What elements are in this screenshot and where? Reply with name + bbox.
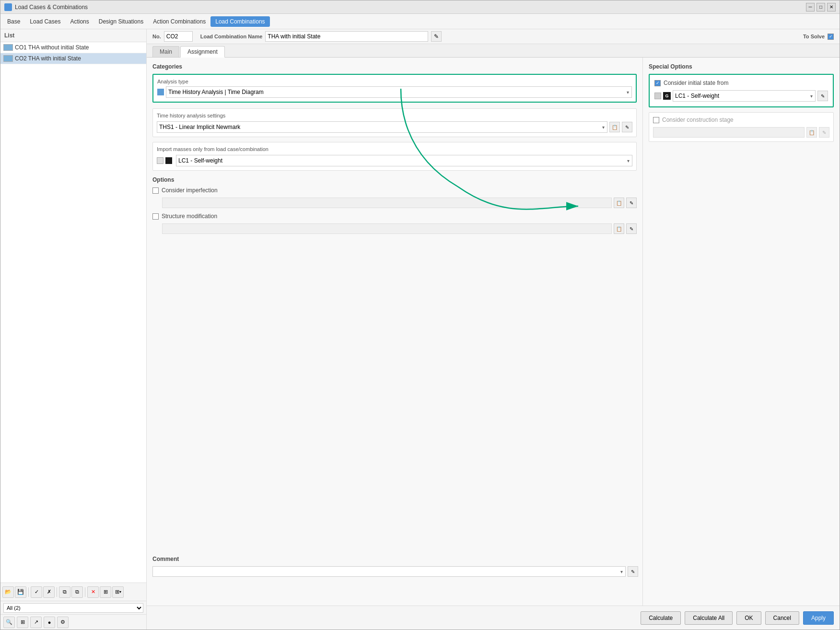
maximize-button[interactable]: □: [817, 3, 825, 12]
construction-stage-box: Consider construction stage 📋 ✎: [649, 112, 834, 142]
time-history-label: Time history analysis settings: [157, 113, 632, 118]
import-masses-settings: Import masses only from load case/combin…: [152, 142, 637, 171]
list-item-label-co1: CO1 THA without initial State: [15, 44, 89, 51]
time-history-dropdown-wrapper: THS1 - Linear Implicit Newmark: [157, 121, 607, 133]
right-panel: No. Load Combination Name ✎ To Solve Mai…: [147, 29, 840, 630]
to-solve-label: To Solve: [803, 34, 825, 39]
construction-stage-edit-btn[interactable]: ✎: [819, 127, 829, 138]
comment-label: Comment: [152, 556, 638, 562]
to-solve-checkbox[interactable]: [828, 34, 834, 40]
imperfection-new-btn[interactable]: 📋: [614, 198, 624, 208]
close-button[interactable]: ✕: [827, 3, 836, 12]
import-masses-dropdown[interactable]: LC1 - Self-weight: [176, 155, 632, 166]
no-field: No.: [152, 31, 193, 42]
circle-icon-btn[interactable]: ●: [44, 617, 55, 628]
imperfection-edit-btn[interactable]: ✎: [626, 198, 637, 208]
menu-actions[interactable]: Actions: [65, 16, 93, 27]
imperfection-label: Consider imperfection: [162, 187, 218, 194]
grid-icon-btn[interactable]: ⊞: [17, 617, 28, 628]
search-icon-btn[interactable]: 🔍: [3, 617, 15, 628]
construction-stage-checkbox[interactable]: [653, 117, 659, 123]
menu-load-combinations[interactable]: Load Combinations: [210, 16, 269, 27]
time-history-edit-button[interactable]: ✎: [622, 122, 632, 132]
category-box: Analysis type Time History Analysis | Ti…: [152, 74, 637, 103]
comment-edit-btn[interactable]: ✎: [628, 566, 638, 577]
calculate-all-button[interactable]: Calculate All: [685, 611, 733, 625]
initial-state-checkbox[interactable]: [654, 80, 661, 86]
tab-content-container: Categories Analysis type Time History An…: [147, 58, 840, 606]
imperfection-input-row: 📋 ✎: [162, 198, 637, 208]
initial-state-edit-btn[interactable]: ✎: [817, 91, 828, 101]
no-input[interactable]: [164, 31, 193, 42]
initial-state-swatch: [654, 93, 661, 99]
to-solve-section: To Solve: [803, 34, 834, 40]
construction-stage-input: [653, 127, 805, 138]
minimize-button[interactable]: ─: [806, 3, 815, 12]
menu-design-situations[interactable]: Design Situations: [94, 16, 148, 27]
initial-state-label: Consider initial state from: [664, 80, 728, 86]
menu-base[interactable]: Base: [2, 16, 25, 27]
import-masses-swatch2: [165, 157, 172, 164]
time-history-dropdown[interactable]: THS1 - Linear Implicit Newmark: [157, 121, 607, 133]
construction-stage-row: Consider construction stage: [653, 117, 829, 123]
list-item-selected[interactable]: CO2 THA with initial State: [0, 53, 146, 64]
tab-main[interactable]: Main: [152, 46, 179, 57]
edit-name-button[interactable]: ✎: [431, 31, 442, 42]
filter-select[interactable]: All (2): [3, 603, 143, 613]
categories-label: Categories: [152, 63, 637, 70]
bottom-buttons: Calculate Calculate All OK Cancel Apply: [641, 611, 834, 625]
table-button[interactable]: ⊞: [100, 586, 111, 598]
title-bar: Load Cases & Combinations ─ □ ✕: [0, 0, 840, 14]
analysis-type-dropdown-wrapper: Time History Analysis | Time Diagram: [166, 86, 632, 98]
time-history-new-button[interactable]: 📋: [609, 122, 620, 132]
list-item[interactable]: CO1 THA without initial State: [0, 42, 146, 53]
menu-bar: Base Load Cases Actions Design Situation…: [0, 14, 840, 29]
comment-input[interactable]: [152, 566, 626, 577]
options-section: Consider imperfection 📋 ✎ S: [152, 187, 637, 234]
ok-button[interactable]: OK: [736, 611, 761, 625]
initial-state-dropdown[interactable]: LC1 - Self-weight: [673, 90, 816, 102]
copy-button[interactable]: ⧉: [59, 586, 70, 598]
analysis-type-dropdown[interactable]: Time History Analysis | Time Diagram: [166, 86, 632, 98]
delete-button[interactable]: ✕: [87, 586, 99, 598]
tab-assignment[interactable]: Assignment: [180, 46, 225, 58]
apply-button[interactable]: Apply: [803, 611, 834, 625]
map-icon-btn[interactable]: ↗: [30, 617, 42, 628]
toolbar-sep1: [28, 587, 29, 597]
settings-icon-btn[interactable]: ⚙: [57, 617, 69, 628]
cancel-button[interactable]: Cancel: [765, 611, 799, 625]
structure-mod-row: Structure modification: [152, 213, 637, 220]
time-history-row: THS1 - Linear Implicit Newmark 📋 ✎: [157, 121, 632, 133]
import-masses-row: LC1 - Self-weight: [157, 155, 632, 166]
name-label: Load Combination Name: [200, 34, 263, 39]
imperfection-checkbox[interactable]: [152, 187, 159, 194]
calculate-button[interactable]: Calculate: [641, 611, 681, 625]
open-button[interactable]: 📂: [2, 586, 14, 598]
time-history-settings: Time history analysis settings THS1 - Li…: [152, 108, 637, 137]
construction-stage-input-row: 📋 ✎: [653, 127, 829, 138]
import-masses-dropdown-wrapper: LC1 - Self-weight: [176, 155, 632, 166]
analysis-type-row: Time History Analysis | Time Diagram: [157, 86, 632, 98]
construction-stage-label: Consider construction stage: [662, 117, 734, 123]
reject-button[interactable]: ✗: [43, 586, 55, 598]
menu-action-combinations[interactable]: Action Combinations: [148, 16, 210, 27]
tab-content: Categories Analysis type Time History An…: [147, 58, 840, 606]
import-masses-swatch: [157, 157, 163, 164]
name-input[interactable]: [265, 31, 428, 42]
structure-mod-new-btn[interactable]: 📋: [614, 223, 624, 234]
structure-mod-input: [162, 223, 612, 234]
accept-button[interactable]: ✓: [31, 586, 42, 598]
menu-load-cases[interactable]: Load Cases: [25, 16, 65, 27]
item-color-co2: [3, 55, 13, 62]
structure-mod-checkbox[interactable]: [152, 213, 159, 220]
no-label: No.: [152, 34, 161, 39]
initial-state-row: Consider initial state from: [654, 80, 828, 86]
analysis-type-label: Analysis type: [157, 79, 632, 84]
paste-button[interactable]: ⧉: [71, 586, 83, 598]
construction-stage-new-btn[interactable]: 📋: [806, 127, 817, 138]
save-button[interactable]: 💾: [15, 586, 26, 598]
table-btn2[interactable]: ⊞▾: [112, 586, 124, 598]
main-section: Categories Analysis type Time History An…: [147, 58, 643, 606]
structure-mod-edit-btn[interactable]: ✎: [626, 223, 637, 234]
analysis-type-swatch: [157, 89, 164, 95]
